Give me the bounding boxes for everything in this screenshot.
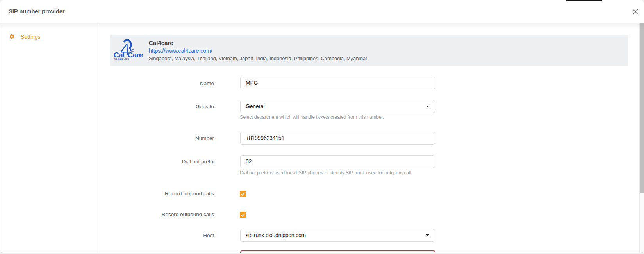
svg-text:ne plus ultra: ne plus ultra (114, 57, 129, 61)
svg-text:Care: Care (128, 51, 143, 59)
